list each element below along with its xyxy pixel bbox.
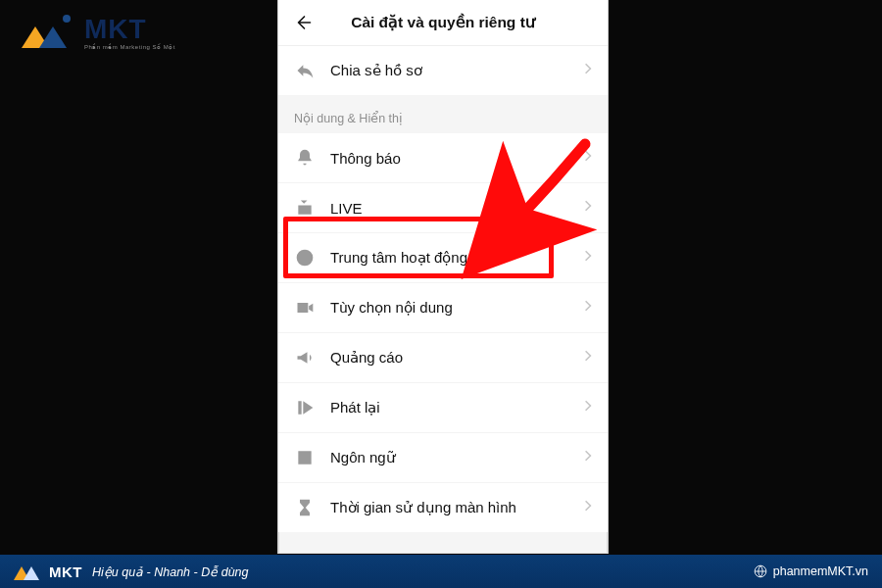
phone-header: Cài đặt và quyền riêng tư — [278, 0, 608, 46]
row-label: Phát lại — [330, 399, 584, 416]
globe-icon — [754, 564, 767, 578]
chevron-right-icon — [584, 199, 592, 217]
chevron-right-icon — [584, 299, 592, 317]
settings-row-playback[interactable]: Phát lại — [278, 382, 608, 432]
row-label: Tùy chọn nội dung — [330, 299, 584, 317]
settings-row-language[interactable]: Ngôn ngữ — [278, 432, 608, 482]
row-label: LIVE — [330, 200, 584, 217]
row-label: Thông báo — [330, 150, 584, 167]
phone-mock: Cài đặt và quyền riêng tư Chia sẻ hồ sơ … — [277, 0, 609, 554]
brand-logo-mark — [22, 17, 76, 48]
settings-row-content-prefs[interactable]: Tùy chọn nội dung — [278, 282, 608, 332]
language-icon — [294, 447, 316, 468]
footer-slogan: Hiệu quả - Nhanh - Dễ dùng — [92, 564, 249, 579]
clock-icon — [294, 247, 316, 269]
brand-logo-top: MKT Phần mềm Marketing Số Một — [22, 14, 175, 50]
section-header-content: Nội dung & Hiển thị — [278, 95, 608, 133]
share-icon — [294, 60, 316, 81]
brand-name-footer: MKT — [49, 564, 82, 580]
settings-row-activity-center[interactable]: Trung tâm hoạt động — [278, 232, 608, 282]
chevron-right-icon — [584, 499, 592, 516]
live-icon — [294, 197, 316, 219]
row-label: Ngôn ngữ — [330, 449, 584, 466]
footer-bar: MKT Hiệu quả - Nhanh - Dễ dùng phanmemMK… — [0, 555, 882, 588]
chevron-right-icon — [584, 149, 592, 167]
brand-tagline: Phần mềm Marketing Số Một — [84, 43, 175, 50]
chevron-right-icon — [584, 399, 592, 416]
row-label: Trung tâm hoạt động — [330, 249, 584, 267]
chevron-right-icon — [584, 62, 592, 79]
page-title: Cài đặt và quyền riêng tư — [292, 14, 594, 31]
share-profile-label: Chia sẻ hồ sơ — [330, 62, 584, 79]
settings-row-ads[interactable]: Quảng cáo — [278, 332, 608, 382]
hourglass-icon — [294, 497, 316, 518]
footer-site[interactable]: phanmemMKT.vn — [773, 564, 868, 578]
bell-icon — [294, 147, 316, 169]
chevron-right-icon — [584, 449, 592, 466]
play-icon — [294, 397, 316, 418]
row-label: Thời gian sử dụng màn hình — [330, 499, 584, 516]
stage: MKT Phần mềm Marketing Số Một Cài đặt và… — [0, 0, 882, 588]
chevron-right-icon — [584, 349, 592, 367]
brand-logo-footer — [14, 563, 43, 580]
share-profile-row[interactable]: Chia sẻ hồ sơ — [278, 46, 608, 95]
chevron-right-icon — [584, 249, 592, 267]
settings-row-screentime[interactable]: Thời gian sử dụng màn hình — [278, 482, 608, 532]
row-label: Quảng cáo — [330, 349, 584, 367]
megaphone-icon — [294, 347, 316, 368]
video-icon — [294, 297, 316, 318]
settings-row-live[interactable]: LIVE — [278, 182, 608, 232]
settings-row-notifications[interactable]: Thông báo — [278, 133, 608, 182]
brand-name: MKT — [84, 14, 175, 45]
